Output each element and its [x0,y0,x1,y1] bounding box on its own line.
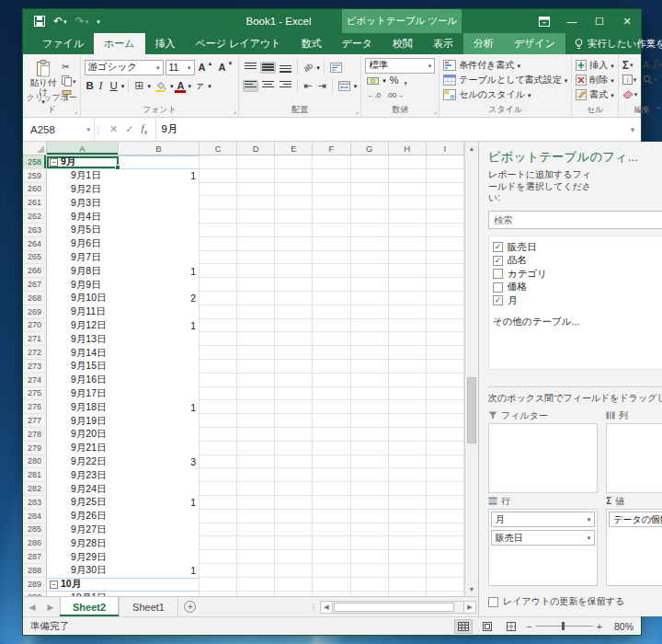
cell-I271[interactable] [427,332,464,346]
cell-H280[interactable] [389,455,427,469]
cell-H269[interactable] [389,305,427,319]
font-size-select[interactable]: 11▾ [166,60,195,75]
cell-F266[interactable] [313,264,350,278]
cell-C280[interactable] [200,455,237,469]
cell-G289[interactable] [351,578,389,592]
cell-B273[interactable] [119,360,200,374]
cell-A286[interactable]: 9月28日 [47,536,119,550]
cell-F284[interactable] [313,510,350,523]
cell-E271[interactable] [275,332,313,346]
cell-D287[interactable] [237,550,275,564]
cell-I268[interactable] [427,292,464,305]
sort-filter-button[interactable]: A↓Z▾ [643,58,662,72]
cell-G266[interactable] [351,264,389,278]
cell-D281[interactable] [237,468,275,482]
italic-button[interactable]: I [97,78,107,94]
row-header-283[interactable]: 283 [23,496,47,510]
cell-B263[interactable] [119,224,200,237]
zoom-in-button[interactable]: + [597,621,602,632]
merge-center-button[interactable] [337,80,352,92]
row-header-262[interactable]: 262 [23,210,47,224]
new-sheet-button[interactable]: + [178,597,202,616]
cell-H286[interactable] [389,536,427,550]
field-checkbox[interactable] [493,282,503,293]
row-header-269[interactable]: 269 [23,305,47,319]
cell-H272[interactable] [389,346,427,360]
cell-I266[interactable] [427,264,464,278]
cell-F269[interactable] [313,305,350,319]
cell-H264[interactable] [389,237,427,251]
field-search-box[interactable] [488,211,662,229]
cell-E285[interactable] [275,523,313,537]
cell-I276[interactable] [427,400,464,414]
cell-C278[interactable] [200,428,237,442]
cell-H275[interactable] [389,387,427,401]
cell-C266[interactable] [200,264,237,278]
row-header-266[interactable]: 266 [23,264,47,278]
cell-I277[interactable] [427,414,464,428]
row-header-267[interactable]: 267 [23,278,47,292]
cell-A263[interactable]: 9月5日 [47,224,119,237]
underline-button[interactable]: U [108,79,120,92]
column-header-C[interactable]: C [200,142,237,155]
cell-D283[interactable] [237,496,275,510]
cell-D290[interactable] [237,592,275,597]
cell-F271[interactable] [313,332,350,346]
cell-H263[interactable] [389,224,427,237]
percent-style-button[interactable]: % [388,74,401,86]
tab-file[interactable]: ファイル [32,33,94,54]
row-header-271[interactable]: 271 [23,332,47,346]
cell-F259[interactable] [313,169,350,183]
increase-indent-button[interactable]: ⇥ [316,79,328,93]
tell-me-box[interactable]: 実行したい作業を入力してください [565,33,662,54]
cell-A278[interactable]: 9月20日 [47,428,119,442]
chip-dropdown-arrow[interactable]: ▾ [588,516,591,523]
cell-C259[interactable] [200,169,237,183]
row-header-265[interactable]: 265 [23,251,47,265]
cell-C258[interactable] [200,155,237,169]
cell-A290[interactable]: 10月1日 [47,592,119,597]
cell-B279[interactable] [119,442,200,455]
cell-E283[interactable] [275,496,313,510]
cell-D279[interactable] [237,442,275,455]
cell-H271[interactable] [389,332,427,346]
cell-F286[interactable] [313,536,350,550]
cell-C290[interactable] [200,592,237,597]
borders-button[interactable]: ⊞ [132,79,145,92]
cell-I282[interactable] [427,482,464,496]
cell-A279[interactable]: 9月21日 [47,442,119,455]
cell-I278[interactable] [427,428,464,442]
row-header-282[interactable]: 282 [23,482,47,496]
cell-D262[interactable] [237,210,275,224]
cell-B288[interactable]: 1 [119,564,200,578]
row-header-289[interactable]: 289 [23,578,47,592]
cell-E270[interactable] [275,319,313,333]
cell-H260[interactable] [389,183,427,197]
row-header-288[interactable]: 288 [23,564,47,578]
format-cells-button[interactable]: 書式▾ [576,87,614,102]
orientation-button[interactable]: ab [302,62,314,73]
cell-B274[interactable] [119,374,200,387]
cell-F280[interactable] [313,455,350,469]
cell-D258[interactable] [237,155,275,169]
cell-D271[interactable] [237,332,275,346]
cell-G259[interactable] [351,169,389,183]
cell-G263[interactable] [351,224,389,237]
cell-C269[interactable] [200,305,237,319]
zoom-slider[interactable]: − + [526,621,602,632]
cell-C265[interactable] [200,251,237,265]
cell-B272[interactable] [119,346,200,360]
cell-C273[interactable] [200,360,237,374]
currency-format-button[interactable] [365,75,381,86]
cell-C289[interactable] [200,578,237,592]
row-header-280[interactable]: 280 [23,455,47,469]
tab-data[interactable]: データ [331,33,382,54]
cell-I269[interactable] [427,305,464,319]
cell-D284[interactable] [237,510,275,523]
cell-G258[interactable] [351,155,389,169]
cell-E290[interactable] [275,592,313,597]
cell-G278[interactable] [351,428,389,442]
cell-E280[interactable] [275,455,313,469]
cell-I281[interactable] [427,468,464,482]
cell-A283[interactable]: 9月25日 [47,496,119,510]
